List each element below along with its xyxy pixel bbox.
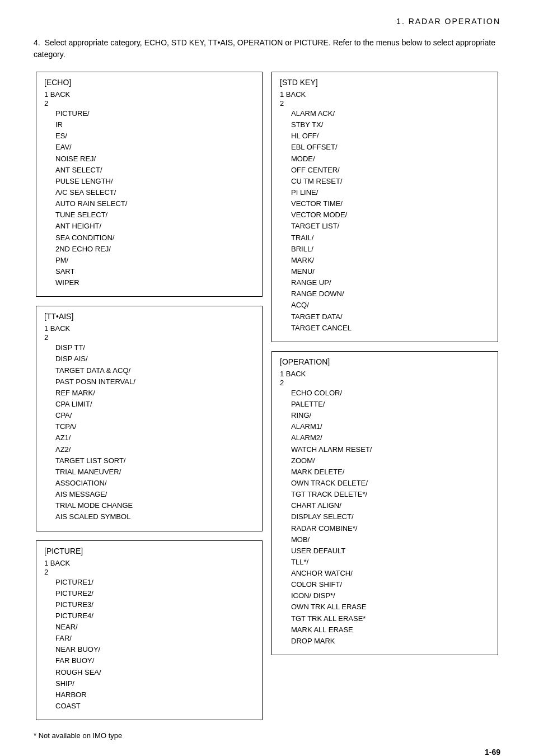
- list-item: PAST POSN INTERVAL/: [55, 376, 254, 388]
- list-item: ALARM2/: [291, 432, 490, 444]
- list-item: VECTOR MODE/: [291, 209, 490, 221]
- footnote: * Not available on IMO type: [34, 731, 500, 740]
- list-item: CPA LIMIT/: [55, 399, 254, 410]
- list-item: REF MARK/: [55, 388, 254, 399]
- left-column: [ECHO] 1 BACK 2 PICTURE/ IR ES/ EAV/ NOI…: [34, 69, 265, 722]
- list-item: ANT SELECT/: [55, 165, 254, 176]
- list-item: SART: [55, 266, 254, 277]
- list-item: ICON/ DISP*/: [291, 590, 490, 601]
- list-item: BRILL/: [291, 244, 490, 255]
- list-item: AUTO RAIN SELECT/: [55, 198, 254, 209]
- list-item: NOISE REJ/: [55, 153, 254, 165]
- list-item: DROP MARK: [291, 636, 490, 647]
- list-item: MARK/: [291, 255, 490, 266]
- list-item: TGT TRACK DELETE*/: [291, 489, 490, 500]
- ttais-menu-title: [TT•AIS]: [44, 312, 254, 321]
- echo-menu-title: [ECHO]: [44, 78, 254, 87]
- list-item: FAR BUOY/: [55, 655, 254, 666]
- stdkey-menu-box: [STD KEY] 1 BACK 2 ALARM ACK/ STBY TX/ H…: [271, 72, 498, 342]
- list-item: PICTURE3/: [55, 599, 254, 610]
- list-item: ANCHOR WATCH/: [291, 568, 490, 579]
- list-item: DISP TT/: [55, 342, 254, 353]
- list-item: PICTURE/: [55, 108, 254, 119]
- list-item: RING/: [291, 410, 490, 421]
- list-item: EBL OFFSET/: [291, 142, 490, 153]
- list-item: TARGET DATA/: [291, 311, 490, 323]
- list-item: AIS MESSAGE/: [55, 489, 254, 500]
- list-item: TARGET CANCEL: [291, 323, 490, 334]
- list-item: A/C SEA SELECT/: [55, 187, 254, 198]
- list-item: AZ2/: [55, 444, 254, 455]
- list-item: PI LINE/: [291, 187, 490, 198]
- list-item: PICTURE1/: [55, 577, 254, 588]
- list-item: WIPER: [55, 277, 254, 288]
- list-item: PALETTE/: [291, 399, 490, 410]
- stdkey-item2: 2: [280, 99, 490, 108]
- list-item: AZ1/: [55, 432, 254, 444]
- list-item: CHART ALIGN/: [291, 500, 490, 511]
- list-item: FAR/: [55, 633, 254, 644]
- list-item: NEAR BUOY/: [55, 644, 254, 655]
- list-item: PICTURE4/: [55, 610, 254, 622]
- list-item: MODE/: [291, 153, 490, 165]
- list-item: RADAR COMBINE*/: [291, 523, 490, 534]
- list-item: CU TM RESET/: [291, 176, 490, 187]
- list-item: TRAIL/: [291, 232, 490, 244]
- list-item: TARGET LIST SORT/: [55, 455, 254, 466]
- list-item: TARGET DATA & ACQ/: [55, 365, 254, 376]
- right-column: [STD KEY] 1 BACK 2 ALARM ACK/ STBY TX/ H…: [269, 69, 500, 722]
- list-item: CPA/: [55, 410, 254, 421]
- operation-item1: 1 BACK: [280, 370, 490, 378]
- page-number: 1-69: [485, 748, 500, 756]
- list-item: OWN TRK ALL ERASE: [291, 601, 490, 613]
- list-item: ANT HEIGHT/: [55, 221, 254, 232]
- ttais-menu-box: [TT•AIS] 1 BACK 2 DISP TT/ DISP AIS/ TAR…: [36, 306, 263, 531]
- list-item: COLOR SHIFT/: [291, 579, 490, 590]
- list-item: HL OFF/: [291, 130, 490, 142]
- list-item: USER DEFAULT: [291, 545, 490, 557]
- list-item: ZOOM/: [291, 455, 490, 466]
- ttais-item2: 2: [44, 333, 254, 342]
- list-item: TLL*/: [291, 557, 490, 568]
- intro-paragraph: 4.Select appropriate category, ECHO, STD…: [34, 37, 500, 60]
- list-item: SEA CONDITION/: [55, 232, 254, 244]
- list-item: ECHO COLOR/: [291, 388, 490, 399]
- echo-subitems: PICTURE/ IR ES/ EAV/ NOISE REJ/ ANT SELE…: [55, 108, 254, 288]
- picture-menu-box: [PICTURE] 1 BACK 2 PICTURE1/ PICTURE2/ P…: [36, 540, 263, 721]
- list-item: TARGET LIST/: [291, 221, 490, 232]
- list-item: TGT TRK ALL ERASE*: [291, 613, 490, 624]
- ttais-item1: 1 BACK: [44, 324, 254, 333]
- picture-subitems: PICTURE1/ PICTURE2/ PICTURE3/ PICTURE4/ …: [55, 577, 254, 712]
- operation-menu-box: [OPERATION] 1 BACK 2 ECHO COLOR/ PALETTE…: [271, 351, 498, 655]
- list-item: PICTURE2/: [55, 588, 254, 599]
- list-item: IR: [55, 119, 254, 130]
- operation-menu-title: [OPERATION]: [280, 357, 490, 366]
- list-item: COAST: [55, 701, 254, 712]
- list-item: OFF CENTER/: [291, 165, 490, 176]
- ttais-subitems: DISP TT/ DISP AIS/ TARGET DATA & ACQ/ PA…: [55, 342, 254, 522]
- list-item: ALARM ACK/: [291, 108, 490, 119]
- echo-item1: 1 BACK: [44, 90, 254, 99]
- list-item: WATCH ALARM RESET/: [291, 444, 490, 455]
- picture-item1: 1 BACK: [44, 559, 254, 567]
- list-item: DISP AIS/: [55, 353, 254, 365]
- operation-item2: 2: [280, 379, 490, 387]
- list-item: STBY TX/: [291, 119, 490, 130]
- list-item: TRIAL MODE CHANGE: [55, 500, 254, 511]
- list-item: HARBOR: [55, 689, 254, 701]
- stdkey-menu-title: [STD KEY]: [280, 78, 490, 87]
- list-item: DISPLAY SELECT/: [291, 511, 490, 522]
- list-item: ALARM1/: [291, 421, 490, 432]
- intro-text: Select appropriate category, ECHO, STD K…: [34, 38, 495, 59]
- list-item: EAV/: [55, 142, 254, 153]
- echo-item2: 2: [44, 99, 254, 108]
- list-item: TRIAL MANEUVER/: [55, 466, 254, 478]
- echo-menu-box: [ECHO] 1 BACK 2 PICTURE/ IR ES/ EAV/ NOI…: [36, 72, 263, 297]
- stdkey-item1: 1 BACK: [280, 90, 490, 99]
- list-item: SHIP/: [55, 678, 254, 689]
- picture-item2: 2: [44, 568, 254, 576]
- list-item: MENU/: [291, 266, 490, 277]
- list-item: ES/: [55, 130, 254, 142]
- picture-menu-title: [PICTURE]: [44, 547, 254, 556]
- list-item: MOB/: [291, 534, 490, 545]
